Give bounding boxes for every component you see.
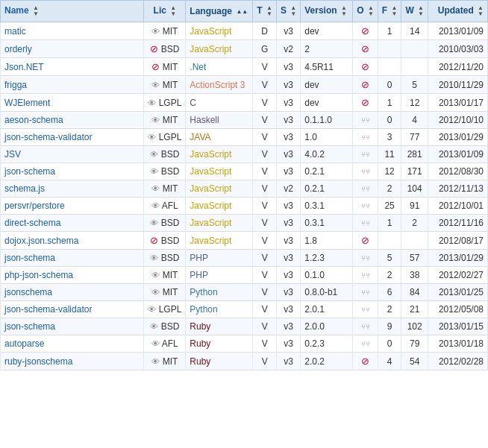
cell-f: 2 (378, 267, 401, 284)
col-header-lic[interactable]: Lic (144, 1, 186, 22)
cell-o: ⑂⑂ (353, 215, 378, 232)
cell-name: WJElement (1, 94, 144, 112)
cell-lic: 👁 BSD (144, 163, 186, 180)
cell-language: JavaScript (186, 232, 253, 250)
sort-down-icon[interactable] (418, 11, 424, 17)
cell-version: dev (301, 76, 353, 94)
fork-icons: ⑂⑂ (361, 133, 370, 142)
sort-down-icon[interactable] (33, 11, 39, 17)
cell-name: json-schema-validator (1, 129, 144, 146)
cell-updated: 2012/02/28 (428, 353, 488, 370)
col-header-t[interactable]: T (253, 1, 277, 22)
cell-language: Ruby (186, 318, 253, 335)
cell-version: 0.3.1 (301, 198, 353, 215)
cell-lic: 👁 MIT (144, 284, 186, 301)
sort-down-icon[interactable] (368, 11, 374, 17)
sort-down-icon[interactable] (341, 11, 347, 17)
cell-o: ⑂⑂ (353, 250, 378, 267)
cell-t: V (253, 301, 277, 318)
banned-icon: ⊘ (361, 97, 369, 108)
cell-name: json-schema (1, 250, 144, 267)
cell-updated: 2013/01/25 (428, 284, 488, 301)
cell-s: v3 (276, 163, 300, 180)
cell-version: 0.8.0-b1 (301, 284, 353, 301)
cell-w: 5 (401, 76, 428, 94)
cell-language: JavaScript (186, 198, 253, 215)
cell-w: 21 (401, 301, 428, 318)
cell-f: 1 (378, 94, 401, 112)
col-header-updated[interactable]: Updated (428, 1, 488, 22)
cell-updated: 2013/01/18 (428, 335, 488, 353)
fork-icons: ⑂⑂ (361, 306, 370, 314)
cell-s: v3 (276, 250, 300, 267)
cell-updated: 2012/11/20 (428, 58, 488, 76)
col-header-o[interactable]: O (353, 1, 378, 22)
sort-down-icon[interactable] (266, 11, 272, 17)
cell-t: V (253, 267, 277, 284)
watch-icon: 👁 (151, 288, 160, 297)
watch-icon: 👁 (151, 81, 160, 89)
cell-o: ⑂⑂ (353, 146, 378, 163)
cell-s: v3 (276, 318, 300, 335)
fork-icons: ⑂⑂ (361, 116, 370, 124)
cell-s: v3 (276, 22, 300, 40)
cell-t: V (253, 58, 277, 76)
cell-name: autoparse (1, 335, 144, 353)
sort-down-icon[interactable] (391, 11, 397, 17)
col-header-f[interactable]: F (378, 1, 401, 22)
table-row: json-schema-validator 👁 LGPL Python V v3… (1, 301, 488, 318)
cell-w: 54 (401, 353, 428, 370)
table-row: matic 👁 MIT JavaScript D v3 dev ⊘ 1 14 2… (1, 22, 488, 40)
cell-version: 1.0 (301, 129, 353, 146)
table-row: json-schema 👁 BSD JavaScript V v3 0.2.1 … (1, 163, 488, 180)
fork-icons: ⑂⑂ (361, 288, 370, 297)
cell-w: 38 (401, 267, 428, 284)
cell-name: schema.js (1, 180, 144, 198)
col-header-w[interactable]: W (401, 1, 428, 22)
cell-w: 14 (401, 22, 428, 40)
cell-lic: 👁 MIT (144, 22, 186, 40)
cell-language: ActionScript 3 (186, 76, 253, 94)
cell-f: 9 (378, 318, 401, 335)
cell-t: V (253, 335, 277, 353)
cell-o: ⑂⑂ (353, 112, 378, 129)
cell-updated: 2012/05/08 (428, 301, 488, 318)
col-header-language[interactable]: Language ▲ (186, 1, 253, 22)
cell-s: v3 (276, 353, 300, 370)
table-row: schema.js 👁 MIT JavaScript V v2 0.2.1 ⑂⑂… (1, 180, 488, 198)
col-header-s[interactable]: S (276, 1, 300, 22)
cell-w: 91 (401, 198, 428, 215)
cell-t: V (253, 353, 277, 370)
cell-lic: 👁 MIT (144, 353, 186, 370)
cell-f: 0 (378, 335, 401, 353)
cell-o: ⊘ (353, 58, 378, 76)
cell-lic: 👁 BSD (144, 250, 186, 267)
table-row: json-schema 👁 BSD Ruby V v3 2.0.0 ⑂⑂ 9 1… (1, 318, 488, 335)
cell-w (401, 232, 428, 250)
sort-down-icon[interactable] (170, 11, 176, 17)
sort-down-icon[interactable] (290, 11, 296, 17)
sort-up-active-icon[interactable]: ▲ (236, 9, 248, 15)
cell-lic: ⊘ BSD (144, 232, 186, 250)
cell-name: json-schema (1, 163, 144, 180)
banned-icon: ⊘ (361, 79, 369, 90)
cell-s: v3 (276, 58, 300, 76)
cell-s: v2 (276, 40, 300, 58)
cell-f (378, 58, 401, 76)
cell-t: D (253, 22, 277, 40)
col-header-version[interactable]: Version (301, 1, 353, 22)
table-header-row: Name Lic Language ▲ T S Version O F (1, 1, 488, 22)
col-header-name[interactable]: Name (1, 1, 144, 22)
sort-down-icon[interactable] (478, 11, 484, 17)
cell-o: ⑂⑂ (353, 301, 378, 318)
cell-version: 2 (301, 40, 353, 58)
cell-t: V (253, 198, 277, 215)
cell-version: 2.0.2 (301, 353, 353, 370)
watch-icon: 👁 (148, 133, 156, 142)
cell-updated: 2012/11/16 (428, 215, 488, 232)
cell-t: V (253, 284, 277, 301)
cell-t: V (253, 146, 277, 163)
cell-s: v3 (276, 146, 300, 163)
table-row: aeson-schema 👁 MIT Haskell V v3 0.1.1.0 … (1, 112, 488, 129)
cell-version: 0.2.1 (301, 163, 353, 180)
